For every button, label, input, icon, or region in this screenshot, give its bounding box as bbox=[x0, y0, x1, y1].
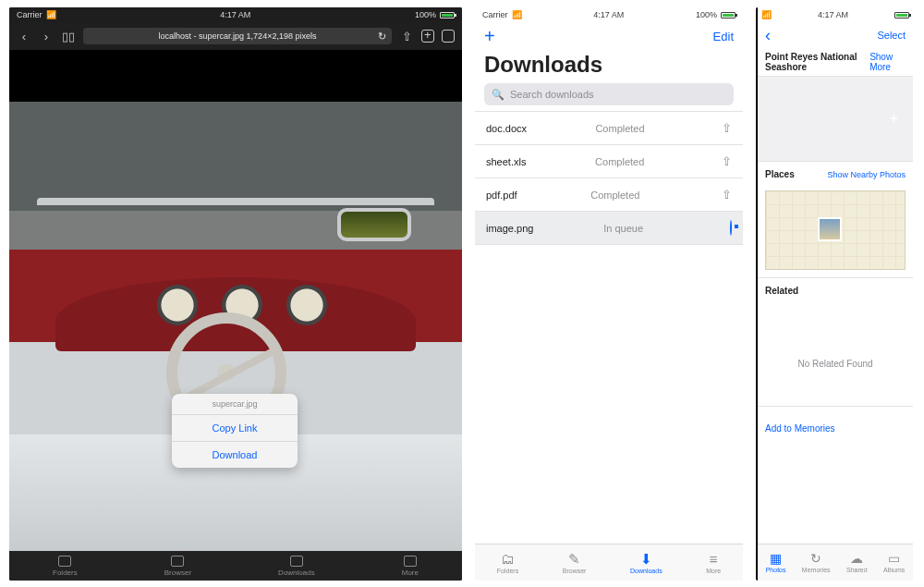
photos-navbar: ‹ Select bbox=[758, 22, 913, 48]
context-menu: supercar.jpg Copy Link Download bbox=[172, 394, 298, 468]
show-more-link[interactable]: Show More bbox=[869, 52, 906, 72]
add-button[interactable]: + bbox=[484, 26, 495, 47]
tab-albums[interactable]: ▭Albums bbox=[883, 552, 905, 573]
add-to-memories-button[interactable]: Add to Memories bbox=[758, 406, 913, 450]
battery-label: 100% bbox=[415, 10, 436, 19]
tab-photos[interactable]: ▦Photos bbox=[766, 552, 786, 573]
new-tab-icon[interactable] bbox=[421, 30, 434, 43]
wifi-icon: 📶 bbox=[761, 10, 772, 19]
tab-folders[interactable]: 🗂Folders bbox=[497, 552, 518, 574]
tab-browser[interactable]: ✎Browser bbox=[563, 552, 587, 574]
wifi-icon: 📶 bbox=[46, 10, 56, 19]
downloads-tabbar: 🗂Folders ✎Browser ⬇Downloads ≡More bbox=[475, 544, 743, 581]
search-placeholder: Search downloads bbox=[510, 89, 594, 100]
status-bar: Carrier 📶 4:17 AM 100% bbox=[9, 7, 462, 22]
clock-label: 4:17 AM bbox=[220, 10, 250, 19]
back-icon[interactable]: ‹ bbox=[17, 30, 31, 43]
clock-label: 4:17 AM bbox=[818, 10, 848, 19]
context-menu-header: supercar.jpg bbox=[172, 394, 298, 415]
tab-shared[interactable]: ☁Shared bbox=[846, 552, 868, 573]
url-bar[interactable]: localhost - supercar.jpg 1,724×2,198 pix… bbox=[83, 28, 392, 44]
photos-tabbar: ▦Photos ↻Memories ☁Shared ▭Albums bbox=[758, 544, 913, 581]
tab-browser[interactable]: Browser bbox=[164, 556, 191, 577]
carrier-label: Carrier bbox=[17, 10, 43, 19]
tab-downloads[interactable]: Downloads bbox=[278, 556, 315, 577]
tabs-icon[interactable] bbox=[442, 30, 455, 43]
tab-more[interactable]: ≡More bbox=[706, 552, 721, 574]
status-bar: Carrier 📶 4:17 AM 100% bbox=[475, 7, 743, 22]
downloads-panel: Carrier 📶 4:17 AM 100% + Edit Downloads … bbox=[475, 7, 743, 581]
book-icon[interactable]: ▯▯ bbox=[61, 30, 76, 43]
share-icon[interactable]: ⇧ bbox=[713, 154, 732, 168]
places-map[interactable] bbox=[765, 190, 906, 270]
no-related-text: No Related Found bbox=[758, 303, 913, 406]
nearby-photos-link[interactable]: Show Nearby Photos bbox=[827, 170, 906, 179]
related-label: Related bbox=[758, 277, 913, 303]
context-download[interactable]: Download bbox=[172, 442, 298, 468]
image-viewport[interactable]: supercar.jpg Copy Link Download bbox=[9, 50, 462, 551]
tab-memories[interactable]: ↻Memories bbox=[802, 552, 831, 573]
search-input[interactable]: 🔍 Search downloads bbox=[484, 83, 734, 105]
back-button[interactable]: ‹ bbox=[765, 26, 771, 45]
detail-title: Point Reyes National Seashore bbox=[765, 52, 869, 72]
url-text: localhost - supercar.jpg 1,724×2,198 pix… bbox=[159, 31, 317, 41]
forward-icon[interactable]: › bbox=[39, 30, 54, 43]
browser-toolbar: ‹ › ▯▯ localhost - supercar.jpg 1,724×2,… bbox=[9, 22, 462, 50]
share-icon[interactable]: ⇧ bbox=[713, 121, 732, 135]
select-button[interactable]: Select bbox=[877, 30, 906, 41]
map-thumbnail[interactable] bbox=[818, 217, 842, 241]
edit-button[interactable]: Edit bbox=[713, 30, 734, 43]
plus-icon: + bbox=[890, 110, 898, 127]
tab-folders[interactable]: Folders bbox=[53, 556, 78, 577]
list-item[interactable]: image.png In queue bbox=[475, 212, 743, 245]
search-icon: 🔍 bbox=[492, 89, 505, 101]
places-label: Places bbox=[765, 162, 795, 187]
downloads-list: doc.docx Completed ⇧ sheet.xls Completed… bbox=[475, 111, 743, 245]
status-bar: 📶 4:17 AM bbox=[758, 7, 913, 22]
battery-icon bbox=[721, 12, 736, 18]
hero-banner[interactable]: + bbox=[758, 77, 913, 162]
list-item[interactable]: pdf.pdf Completed ⇧ bbox=[475, 178, 743, 212]
downloads-navbar: + Edit bbox=[475, 22, 743, 50]
context-copy-link[interactable]: Copy Link bbox=[172, 415, 298, 442]
clock-label: 4:17 AM bbox=[593, 10, 624, 19]
carrier-label: Carrier bbox=[482, 10, 508, 19]
photos-panel: 📶 4:17 AM ‹ Select Point Reyes National … bbox=[756, 7, 913, 581]
battery-label: 100% bbox=[696, 10, 717, 19]
wifi-icon: 📶 bbox=[512, 10, 522, 19]
reload-icon[interactable]: ↻ bbox=[378, 31, 386, 43]
progress-icon[interactable] bbox=[713, 221, 732, 235]
battery-icon bbox=[440, 12, 455, 18]
tab-downloads[interactable]: ⬇Downloads bbox=[630, 552, 663, 574]
detail-header: Point Reyes National Seashore Show More bbox=[758, 48, 913, 77]
page-title: Downloads bbox=[475, 50, 743, 83]
battery-icon bbox=[894, 12, 909, 18]
list-item[interactable]: sheet.xls Completed ⇧ bbox=[475, 145, 743, 178]
share-icon[interactable]: ⇧ bbox=[713, 188, 732, 202]
share-icon[interactable]: ⇧ bbox=[399, 30, 414, 43]
browser-panel: Carrier 📶 4:17 AM 100% ‹ › ▯▯ localhost … bbox=[9, 7, 462, 581]
tab-more[interactable]: More bbox=[402, 556, 419, 577]
browser-tabbar: Folders Browser Downloads More bbox=[9, 551, 462, 581]
list-item[interactable]: doc.docx Completed ⇧ bbox=[475, 112, 743, 145]
